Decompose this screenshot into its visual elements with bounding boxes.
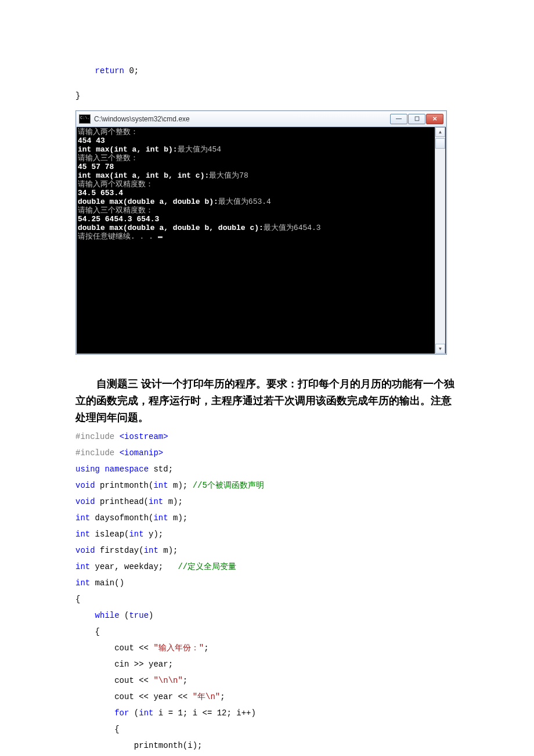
code-line: return 0; (75, 64, 459, 78)
code-listing: #include <iostream>#include <iomanip>usi… (75, 429, 459, 754)
terminal-line: 请输入三个整数： (78, 154, 445, 163)
code-line: cout << year << "年\n"; (75, 689, 459, 705)
terminal-line: 45 57 78 (78, 163, 445, 172)
code-text: 0; (124, 66, 139, 75)
code-line-brace: } (75, 89, 459, 103)
code-line: int main() (75, 575, 459, 591)
terminal-line: 54.25 6454.3 654.3 (78, 215, 445, 224)
code-line: void printhead(int m); (75, 494, 459, 510)
terminal-scrollbar[interactable]: ▲ ▼ (435, 127, 445, 354)
terminal-line: 请输入三个双精度数： (78, 207, 445, 215)
code-line: #include <iostream> (75, 429, 459, 445)
terminal-line: 454 43 (78, 137, 445, 146)
code-fragment-top: return 0; } (75, 64, 459, 103)
document-page: return 0; } C:\windows\system32\cmd.exe … (0, 0, 534, 756)
terminal-line: double max(double a, double b, double c)… (78, 224, 445, 233)
code-line: cout << "输入年份："; (75, 640, 459, 656)
window-buttons: — ☐ ✕ (390, 114, 443, 124)
code-line: void firstday(int m); (75, 542, 459, 559)
code-line: int daysofmonth(int m); (75, 510, 459, 526)
code-line: cin >> year; (75, 656, 459, 672)
cursor-icon (158, 236, 163, 238)
close-button[interactable]: ✕ (426, 114, 443, 124)
terminal-line: 请输入两个整数： (78, 128, 445, 137)
terminal-window: C:\windows\system32\cmd.exe — ☐ ✕ ▲ ▼ 请输… (75, 110, 447, 355)
terminal-output: 请输入两个整数：454 43int max(int a, int b):最大值为… (78, 128, 445, 241)
code-line: #include <iomanip> (75, 445, 459, 461)
code-line: { (75, 624, 459, 640)
minimize-button[interactable]: — (390, 114, 407, 124)
maximize-button[interactable]: ☐ (408, 114, 425, 124)
code-line: void printmonth(int m); //5个被调函数声明 (75, 477, 459, 494)
cmd-icon (79, 114, 91, 124)
code-line: int year, weekday; //定义全局变量 (75, 559, 459, 575)
terminal-line: int max(int a, int b, int c):最大值为78 (78, 172, 445, 181)
code-line: using namespace std; (75, 461, 459, 477)
code-line: cout << "\n\n"; (75, 672, 459, 689)
scroll-thumb[interactable] (435, 138, 445, 149)
keyword-return: return (95, 66, 124, 75)
window-titlebar: C:\windows\system32\cmd.exe — ☐ ✕ (77, 111, 446, 127)
terminal-body: ▲ ▼ 请输入两个整数：454 43int max(int a, int b):… (77, 127, 446, 354)
terminal-line: 请按任意键继续. . . (78, 233, 445, 242)
terminal-line: 34.5 653.4 (78, 189, 445, 198)
scroll-up-icon[interactable]: ▲ (435, 127, 445, 137)
code-line: { (75, 721, 459, 737)
code-line: for (int i = 1; i <= 12; i++) (75, 705, 459, 721)
code-line: printmonth(i); (75, 737, 459, 754)
code-line: while (true) (75, 607, 459, 624)
terminal-line: int max(int a, int b):最大值为454 (78, 146, 445, 154)
terminal-line: 请输入两个双精度数： (78, 181, 445, 189)
code-line: int isleap(int y); (75, 526, 459, 542)
terminal-line: double max(double a, double b):最大值为653.4 (78, 198, 445, 207)
scroll-down-icon[interactable]: ▼ (435, 344, 445, 354)
problem-statement: 自测题三 设计一个打印年历的程序。要求：打印每个月的月历的功能有一个独立的函数完… (75, 376, 459, 426)
window-title: C:\windows\system32\cmd.exe (94, 116, 390, 123)
code-line: { (75, 591, 459, 607)
